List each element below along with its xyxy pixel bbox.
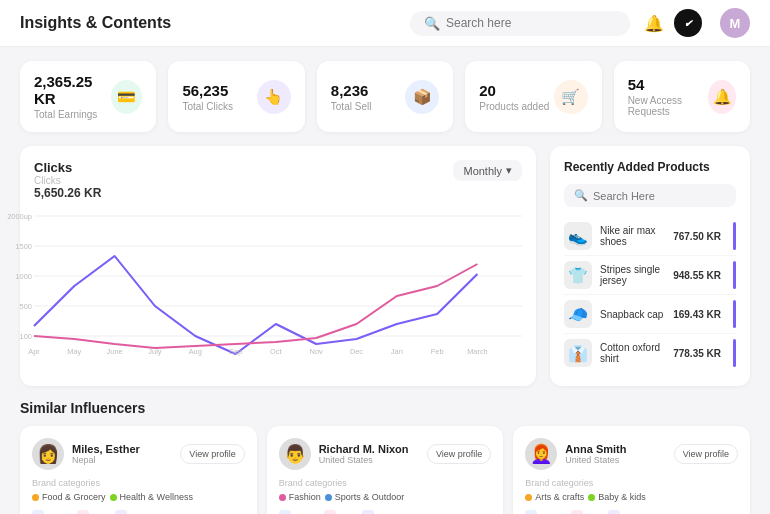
- bottom-section: Clicks Clicks 5,650.26 KR Monthly ▾: [20, 146, 750, 386]
- categories: Fashion Sports & Outdoor: [279, 492, 492, 502]
- influencer-header: 👨 Richard M. Nixon United States View pr…: [279, 438, 492, 470]
- stat-mini-icon: ◈: [571, 510, 583, 514]
- category-name: Health & Wellness: [120, 492, 193, 502]
- stat-mini-label: ◈ Sell: [571, 510, 598, 514]
- view-profile-button[interactable]: View profile: [674, 444, 738, 464]
- influencer-avatar: 👩: [32, 438, 64, 470]
- product-item: 👟 Nike air max shoes 767.50 KR: [564, 217, 736, 256]
- avatar[interactable]: M: [720, 8, 750, 38]
- influencer-name: Miles, Esther: [72, 443, 172, 455]
- price-bar: [733, 339, 736, 367]
- stat-icon: 🛒: [554, 80, 588, 114]
- search-bar[interactable]: 🔍: [410, 11, 630, 36]
- product-price: 767.50 KR: [673, 231, 721, 242]
- product-name: Nike air max shoes: [600, 225, 665, 247]
- stat-info: 56,235 Total Clicks: [182, 82, 233, 112]
- stat-value: 8,236: [331, 82, 372, 99]
- product-item: 👕 Stripes single jersey 948.55 KR: [564, 256, 736, 295]
- stats-row: 2,365.25 KR Total Earnings 💳 56,235 Tota…: [20, 61, 750, 132]
- stat-mini-label: ◈ Clicks: [279, 510, 314, 514]
- stat-value: 20: [479, 82, 549, 99]
- recently-search-icon: 🔍: [574, 189, 588, 202]
- category-tag: Health & Wellness: [110, 492, 193, 502]
- stat-mini-label: ◈ Shop visitors: [608, 510, 668, 514]
- chart-subtitle: Clicks: [34, 175, 101, 186]
- nike-logo[interactable]: ✔: [674, 9, 702, 37]
- recently-search[interactable]: 🔍: [564, 184, 736, 207]
- category-dot: [32, 494, 39, 501]
- stat-icon: 👆: [257, 80, 291, 114]
- similar-influencers-section: Similar Influencers 👩 Miles, Esther Nepa…: [20, 400, 750, 514]
- product-thumb: 👕: [564, 261, 592, 289]
- product-name: Cotton oxford shirt: [600, 342, 665, 364]
- svg-text:Feb: Feb: [431, 347, 444, 356]
- page-title: Insights & Contents: [20, 14, 410, 32]
- stat-mini-item: ◈ Clicks 41+: [279, 510, 314, 514]
- price-bar: [733, 222, 736, 250]
- influencer-avatar: 👨: [279, 438, 311, 470]
- stat-mini-label: ◈ Sell: [324, 510, 352, 514]
- category-dot: [525, 494, 532, 501]
- brand-categories-label: Brand categories: [525, 478, 738, 488]
- svg-text:Aug: Aug: [189, 347, 202, 356]
- stat-icon: 🔔: [708, 80, 736, 114]
- stat-mini-label: ◈ Shop visitors: [115, 510, 175, 514]
- product-price: 778.35 KR: [673, 348, 721, 359]
- stat-mini-icon: ◈: [279, 510, 291, 514]
- price-bar: [733, 300, 736, 328]
- chart-header: Clicks Clicks 5,650.26 KR Monthly ▾: [34, 160, 522, 200]
- product-item: 👔 Cotton oxford shirt 778.35 KR: [564, 334, 736, 372]
- stat-value: 2,365.25 KR: [34, 73, 111, 107]
- stat-mini-label: ◈ Shop visitors: [362, 510, 422, 514]
- stats-mini: ◈ Clicks 41+ ◈ Sell 13.7M ◈ Shop visitor…: [279, 510, 492, 514]
- recently-search-input[interactable]: [593, 190, 726, 202]
- stats-mini: ◈ Clicks 1.6+ ◈ Sell 2.0M ◈ Shop visitor…: [525, 510, 738, 514]
- category-name: Food & Grocery: [42, 492, 106, 502]
- chart-info: Clicks Clicks 5,650.26 KR: [34, 160, 101, 200]
- influencer-card: 👨 Richard M. Nixon United States View pr…: [267, 426, 504, 514]
- category-name: Fashion: [289, 492, 321, 502]
- product-price: 169.43 KR: [673, 309, 721, 320]
- influencer-country: United States: [565, 455, 665, 465]
- svg-text:500: 500: [19, 302, 31, 311]
- stat-mini-item: ◈ Shop visitors 1.8M: [362, 510, 422, 514]
- header: Insights & Contents 🔍 🔔 ✔ M: [0, 0, 770, 47]
- stat-mini-item: ◈ Shop visitors 2M+: [115, 510, 175, 514]
- influencer-card: 👩 Miles, Esther Nepal View profile Brand…: [20, 426, 257, 514]
- product-thumb: 👔: [564, 339, 592, 367]
- recently-added-card: Recently Added Products 🔍 👟 Nike air max…: [550, 146, 750, 386]
- category-tag: Food & Grocery: [32, 492, 106, 502]
- product-thumb: 👟: [564, 222, 592, 250]
- view-profile-button[interactable]: View profile: [427, 444, 491, 464]
- view-profile-button[interactable]: View profile: [180, 444, 244, 464]
- stat-mini-icon: ◈: [115, 510, 127, 514]
- svg-text:Sep: Sep: [229, 347, 242, 356]
- influencer-card: 👩‍🦰 Anna Smith United States View profil…: [513, 426, 750, 514]
- stat-icon: 📦: [405, 80, 439, 114]
- stat-card: 54 New Access Requests 🔔: [614, 61, 750, 132]
- stat-info: 54 New Access Requests: [628, 76, 709, 117]
- svg-text:2000up: 2000up: [7, 212, 32, 221]
- svg-text:June: June: [107, 347, 123, 356]
- stat-info: 8,236 Total Sell: [331, 82, 372, 112]
- categories: Arts & crafts Baby & kids: [525, 492, 738, 502]
- category-tag: Arts & crafts: [525, 492, 584, 502]
- monthly-button[interactable]: Monthly ▾: [453, 160, 522, 181]
- category-dot: [110, 494, 117, 501]
- stat-info: 2,365.25 KR Total Earnings: [34, 73, 111, 120]
- stat-mini-icon: ◈: [362, 510, 374, 514]
- influencer-country: Nepal: [72, 455, 172, 465]
- category-tag: Sports & Outdoor: [325, 492, 405, 502]
- category-dot: [325, 494, 332, 501]
- stat-mini-item: ◈ Shop visitors 1.6M: [608, 510, 668, 514]
- stat-label: Products added: [479, 101, 549, 112]
- stat-info: 20 Products added: [479, 82, 549, 112]
- search-input[interactable]: [446, 16, 606, 30]
- stat-mini-label: ◈ Clicks: [525, 510, 560, 514]
- categories: Food & Grocery Health & Wellness: [32, 492, 245, 502]
- svg-text:1500: 1500: [15, 242, 31, 251]
- search-icon: 🔍: [424, 16, 440, 31]
- bell-icon[interactable]: 🔔: [644, 14, 664, 33]
- stat-mini-item: ◈ Sell 2.0M: [571, 510, 598, 514]
- influencer-name: Richard M. Nixon: [319, 443, 419, 455]
